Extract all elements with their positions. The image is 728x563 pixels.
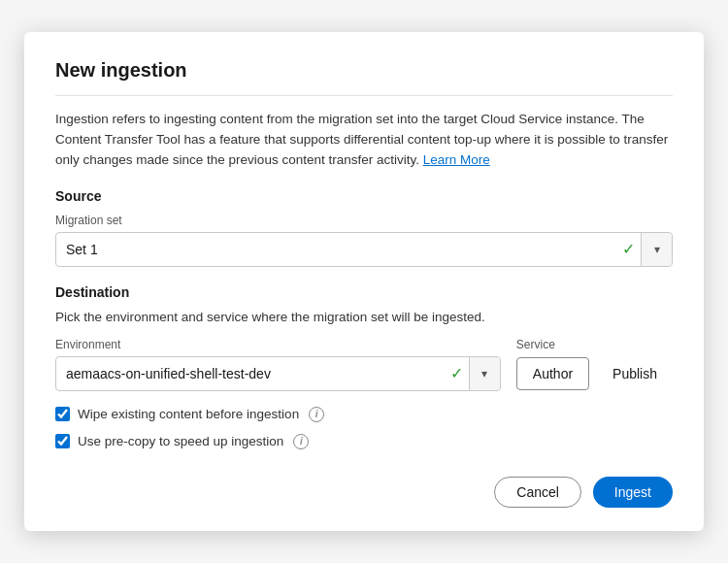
destination-description: Pick the environment and service where t… [55,310,673,324]
migration-set-chevron[interactable]: ▾ [641,233,672,266]
source-section: Source Migration set Set 1 ✓ ▾ [55,188,673,267]
author-button[interactable]: Author [516,357,589,390]
precopy-info-icon[interactable]: i [293,434,309,449]
precopy-checkbox[interactable] [55,434,70,448]
migration-set-select[interactable]: Set 1 ✓ ▾ [55,232,673,267]
precopy-row: Use pre-copy to speed up ingestion i [55,434,673,449]
new-ingestion-modal: New ingestion Ingestion refers to ingest… [24,32,704,531]
wipe-content-label: Wipe existing content before ingestion [78,407,299,421]
environment-value: aemaacs-on-unified-shell-test-dev [56,366,445,381]
env-service-row: Environment aemaacs-on-unified-shell-tes… [55,338,673,391]
source-section-title: Source [55,188,673,204]
service-field: Service Author Publish [516,338,673,391]
wipe-content-checkbox[interactable] [55,407,70,421]
publish-button[interactable]: Publish [597,357,673,390]
footer: Cancel Ingest [55,469,673,508]
migration-set-label: Migration set [55,214,673,227]
precopy-label: Use pre-copy to speed up ingestion [78,434,283,448]
description-text: Ingestion refers to ingesting content fr… [55,110,673,171]
modal-title: New ingestion [55,59,673,96]
environment-label: Environment [55,338,501,351]
wipe-info-icon[interactable]: i [309,407,324,422]
service-label: Service [516,338,673,351]
learn-more-link[interactable]: Learn More [423,152,490,167]
migration-set-value: Set 1 [56,242,616,257]
destination-section-title: Destination [55,284,673,300]
environment-chevron[interactable]: ▾ [469,357,500,390]
ingest-button[interactable]: Ingest [593,477,673,508]
destination-section: Destination Pick the environment and ser… [55,284,673,391]
wipe-content-row: Wipe existing content before ingestion i [55,407,673,422]
service-buttons: Author Publish [516,356,673,391]
environment-field: Environment aemaacs-on-unified-shell-tes… [55,338,501,391]
environment-select[interactable]: aemaacs-on-unified-shell-test-dev ✓ ▾ [55,356,501,391]
check-icon: ✓ [616,240,641,258]
env-check-icon: ✓ [445,364,469,382]
cancel-button[interactable]: Cancel [494,477,581,508]
